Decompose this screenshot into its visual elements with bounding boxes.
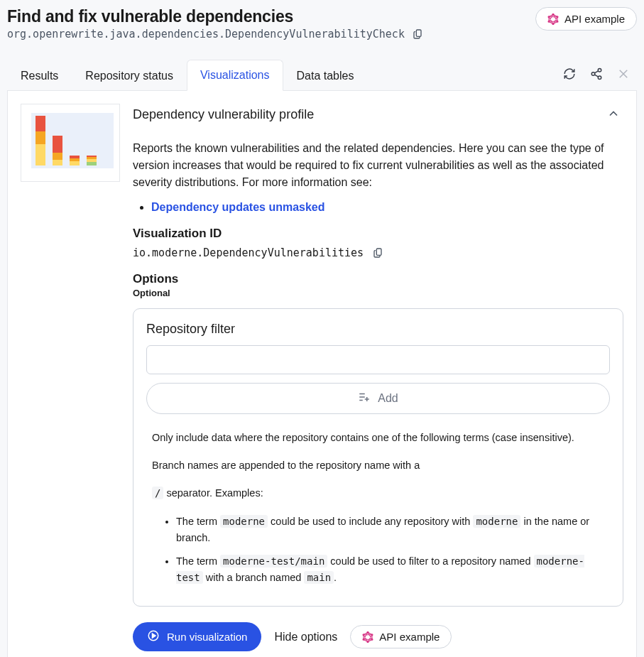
api-example-label: API example	[564, 13, 625, 25]
hide-options-button[interactable]: Hide options	[274, 631, 337, 644]
repository-filter-input[interactable]	[146, 345, 610, 374]
recipe-id: org.openrewrite.java.dependencies.Depend…	[7, 28, 405, 40]
options-subheading: Optional	[133, 288, 623, 298]
visualization-description: Reports the known vulnerabilities and th…	[133, 140, 623, 191]
graphql-icon	[362, 631, 373, 643]
run-label: Run visualization	[167, 631, 247, 643]
options-card: Repository filter Add Only include data …	[133, 308, 623, 607]
share-button[interactable]	[583, 62, 610, 88]
svg-point-6	[548, 21, 550, 22]
example-item: The term moderne could be used to includ…	[176, 514, 604, 546]
tab-repository-status[interactable]: Repository status	[72, 60, 187, 91]
play-icon	[147, 629, 160, 644]
svg-point-5	[552, 23, 554, 24]
close-button[interactable]	[610, 62, 637, 88]
svg-point-29	[363, 634, 364, 635]
visualization-id-heading: Visualization ID	[133, 227, 623, 241]
repository-filter-label: Repository filter	[146, 322, 610, 337]
chevron-up-icon	[606, 112, 621, 123]
svg-rect-0	[416, 30, 421, 36]
add-button[interactable]: Add	[146, 383, 610, 414]
svg-point-3	[557, 16, 558, 17]
add-label: Add	[378, 392, 398, 405]
run-visualization-button[interactable]: Run visualization	[133, 622, 261, 651]
api-example-button[interactable]: API example	[535, 7, 637, 31]
repository-filter-help: Only include data where the repository c…	[146, 430, 610, 586]
svg-point-24	[367, 631, 369, 633]
tab-visualizations[interactable]: Visualizations	[187, 60, 283, 91]
svg-point-27	[367, 641, 369, 642]
close-icon	[617, 67, 630, 82]
svg-point-28	[363, 639, 364, 640]
share-icon	[590, 67, 603, 82]
svg-point-7	[548, 16, 550, 17]
api-example-button[interactable]: API example	[350, 625, 452, 648]
svg-point-26	[371, 639, 373, 640]
svg-point-4	[557, 21, 558, 22]
svg-line-11	[594, 70, 598, 72]
refresh-button[interactable]	[556, 62, 583, 88]
collapse-button[interactable]	[604, 104, 623, 126]
add-list-icon	[358, 391, 371, 406]
api-example-label: API example	[379, 631, 440, 643]
svg-point-9	[591, 72, 595, 75]
refresh-icon	[563, 67, 576, 82]
copy-icon[interactable]	[372, 246, 385, 259]
svg-line-12	[594, 75, 598, 77]
svg-marker-22	[153, 634, 156, 638]
svg-point-8	[598, 68, 601, 72]
doc-link-dependency-updates[interactable]: Dependency updates unmasked	[151, 201, 325, 213]
visualization-thumbnail	[21, 104, 120, 182]
graphql-icon	[547, 13, 559, 25]
options-heading: Options	[133, 272, 623, 286]
visualization-panel: Dependency vulnerability profile Reports…	[7, 91, 637, 657]
visualization-title: Dependency vulnerability profile	[133, 107, 314, 122]
svg-rect-15	[376, 249, 381, 255]
tab-results[interactable]: Results	[7, 60, 72, 91]
svg-point-10	[598, 76, 601, 80]
svg-point-25	[371, 634, 373, 635]
tab-data-tables[interactable]: Data tables	[283, 60, 368, 91]
svg-point-2	[552, 13, 554, 15]
example-item: The term moderne-test/main could be used…	[176, 553, 604, 586]
copy-icon[interactable]	[412, 28, 425, 40]
visualization-id: io.moderne.DependencyVulnerabilities	[133, 246, 364, 259]
tabs: Results Repository status Visualizations…	[7, 59, 637, 91]
page-title: Find and fix vulnerable dependencies	[7, 7, 425, 26]
